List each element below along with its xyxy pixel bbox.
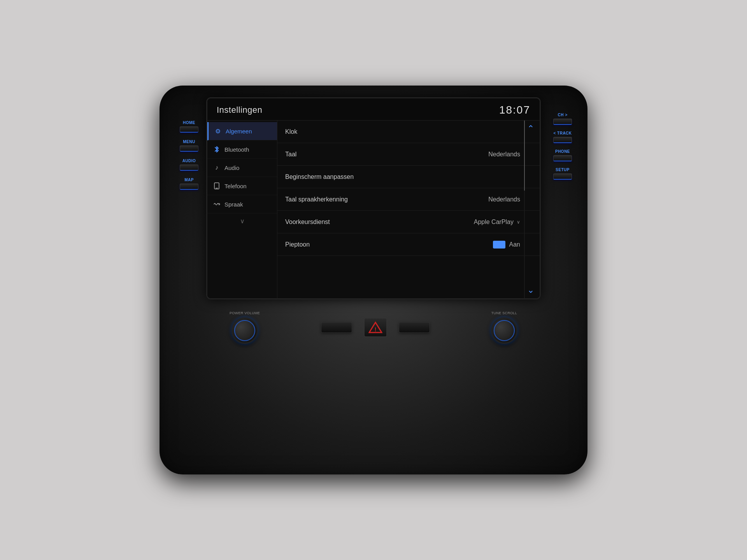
ch-next-button[interactable]: CH > — [553, 113, 572, 125]
phone-icon — [213, 182, 221, 190]
row-value: Nederlands — [488, 151, 520, 158]
tune-scroll-knob-wrapper: TUNE SCROLL — [491, 311, 517, 344]
voorkeur-row[interactable]: Voorkeursdienst Apple CarPlay ∨ — [277, 211, 540, 233]
screen-frame: Instellingen 18:07 ⚙ Algemeen — [206, 97, 541, 299]
row-label: Taal — [285, 151, 296, 158]
voice-icon — [213, 200, 221, 208]
tune-scroll-label: TUNE SCROLL — [491, 311, 517, 315]
right-slot-button[interactable] — [399, 322, 430, 333]
map-button[interactable]: MAP — [180, 178, 198, 190]
menu-item-spraak[interactable]: Spraak — [207, 195, 277, 214]
power-volume-knob-wrapper: POWER VOLUME — [230, 311, 260, 344]
right-hardware-buttons: CH > < TRACK PHONE SETUP — [553, 113, 572, 180]
scrollbar-track — [524, 121, 525, 298]
settings-menu: ⚙ Algemeen Bluetooth — [207, 121, 277, 298]
menu-item-label: Algemeen — [226, 128, 252, 135]
menu-item-label: Audio — [224, 164, 239, 171]
scroll-up-button[interactable]: ⌃ — [527, 124, 534, 134]
row-value: Aan — [509, 241, 520, 248]
menu-item-bluetooth[interactable]: Bluetooth — [207, 140, 277, 159]
phone-button[interactable]: PHONE — [553, 149, 572, 161]
screen-header: Instellingen 18:07 — [207, 98, 540, 121]
clock-display: 18:07 — [499, 104, 530, 116]
klok-row[interactable]: Klok — [277, 121, 540, 143]
tune-scroll-knob[interactable] — [491, 317, 517, 344]
beginscherm-row[interactable]: Beginscherm aanpassen — [277, 166, 540, 188]
hazard-button[interactable]: ! — [364, 318, 387, 337]
screen-content: Instellingen 18:07 ⚙ Algemeen — [207, 98, 540, 298]
svg-text:!: ! — [375, 326, 377, 332]
dropdown-arrow-icon: ∨ — [517, 219, 520, 225]
menu-item-telefoon[interactable]: Telefoon — [207, 177, 277, 195]
taal-row[interactable]: Taal Nederlands — [277, 143, 540, 166]
pieptoon-row[interactable]: Pieptoon Aan — [277, 233, 540, 256]
row-label: Taal spraakherkenning — [285, 196, 348, 203]
scrollbar-thumb — [524, 121, 525, 191]
toggle-group: Aan — [493, 241, 520, 248]
menu-item-label: Spraak — [224, 201, 243, 208]
chevron-up-icon: ⌃ — [527, 124, 534, 133]
row-label: Pieptoon — [285, 241, 310, 248]
row-label: Klok — [285, 128, 297, 135]
menu-scroll-down[interactable]: ∨ — [207, 214, 277, 229]
menu-item-algemeen[interactable]: ⚙ Algemeen — [207, 122, 277, 140]
hazard-triangle-icon: ! — [368, 322, 382, 333]
track-prev-button[interactable]: < TRACK — [553, 131, 572, 143]
row-label: Voorkeursdienst — [285, 219, 330, 226]
power-volume-label: POWER VOLUME — [230, 311, 260, 315]
menu-item-audio[interactable]: ♪ Audio — [207, 159, 277, 177]
svg-rect-1 — [216, 188, 218, 189]
menu-item-label: Telefoon — [224, 183, 247, 189]
content-panel: ⌃ Klok Taal Nederlands — [277, 121, 540, 298]
page-title: Instellingen — [217, 105, 262, 115]
menu-item-label: Bluetooth — [224, 146, 249, 153]
chevron-down-icon: ⌄ — [527, 285, 534, 295]
chevron-down-icon: ∨ — [240, 217, 245, 225]
audio-button[interactable]: AUDIO — [180, 159, 198, 171]
left-hardware-buttons: HOME MENU AUDIO MAP — [180, 121, 198, 190]
toggle-switch[interactable] — [493, 241, 505, 248]
row-value-group: Apple CarPlay ∨ — [474, 219, 520, 226]
row-value: Apple CarPlay — [474, 219, 514, 226]
row-label: Beginscherm aanpassen — [285, 173, 354, 180]
left-slot-button[interactable] — [321, 322, 352, 333]
taal-spraak-row[interactable]: Taal spraakherkenning Nederlands — [277, 188, 540, 211]
bottom-center-controls: ! — [321, 318, 430, 337]
screen-main: ⚙ Algemeen Bluetooth — [207, 121, 540, 298]
scroll-down-button[interactable]: ⌄ — [527, 285, 534, 295]
home-button[interactable]: HOME — [180, 121, 198, 133]
row-value: Nederlands — [488, 196, 520, 203]
gear-icon: ⚙ — [214, 127, 222, 135]
bluetooth-icon — [213, 145, 221, 153]
bottom-controls: POWER VOLUME ! TUNE SCROLL — [206, 303, 541, 352]
menu-button[interactable]: MENU — [180, 140, 198, 152]
car-infotainment-unit: HOME MENU AUDIO MAP CH > < TR — [160, 86, 587, 474]
power-volume-knob[interactable] — [231, 317, 258, 344]
setup-button[interactable]: SETUP — [553, 168, 572, 180]
music-icon: ♪ — [213, 164, 221, 172]
